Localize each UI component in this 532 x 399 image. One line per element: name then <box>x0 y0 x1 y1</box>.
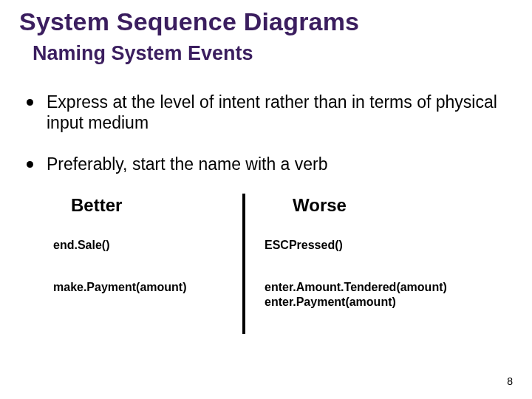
column-heading-worse: Worse <box>293 195 486 216</box>
slide-subtitle: Naming System Events <box>33 42 513 65</box>
column-heading-better: Better <box>71 195 242 216</box>
better-column: Better end.Sale() make.Payment(amount) <box>53 195 242 336</box>
bullet-list: Express at the level of intent rather th… <box>27 92 513 174</box>
worse-column: Worse ESCPressed() enter.Amount.Tendered… <box>265 195 486 336</box>
list-item: Express at the level of intent rather th… <box>27 92 513 133</box>
worse-item: enter.Amount.Tendered(amount) enter.Paym… <box>265 280 486 310</box>
slide: System Sequence Diagrams Naming System E… <box>0 0 532 399</box>
bullet-text: Preferably, start the name with a verb <box>47 154 328 174</box>
bullet-icon <box>27 161 33 168</box>
better-item: end.Sale() <box>53 238 242 253</box>
list-item: Preferably, start the name with a verb <box>27 154 513 174</box>
comparison-table: Better end.Sale() make.Payment(amount) W… <box>53 195 513 336</box>
better-item: make.Payment(amount) <box>53 280 242 295</box>
worse-item: ESCPressed() <box>265 238 486 253</box>
bullet-text: Express at the level of intent rather th… <box>47 92 497 133</box>
bullet-icon <box>27 99 33 106</box>
page-number: 8 <box>507 375 513 387</box>
vertical-divider <box>242 194 245 333</box>
slide-title: System Sequence Diagrams <box>19 7 513 36</box>
